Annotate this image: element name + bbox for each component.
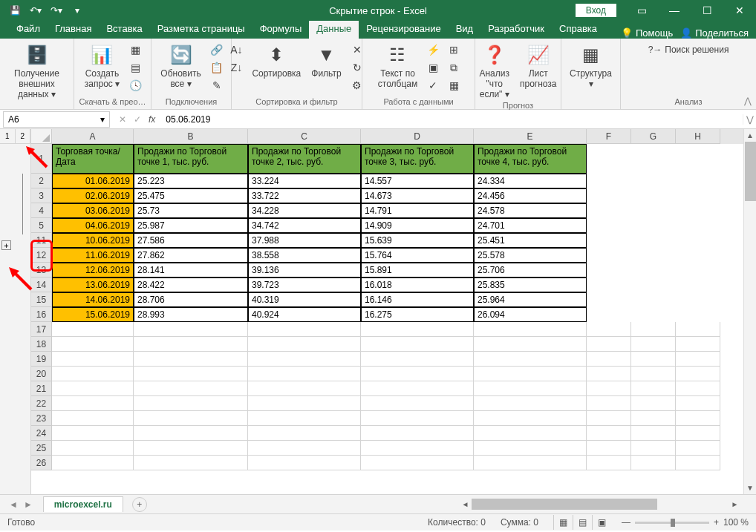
empty-cell[interactable] — [134, 441, 248, 456]
zoom-out-icon[interactable]: — — [622, 517, 630, 528]
add-sheet-icon[interactable]: + — [132, 497, 147, 512]
data-model-icon[interactable]: ▦ — [446, 77, 462, 93]
data-cell[interactable]: 25.987 — [134, 218, 248, 233]
relationships-icon[interactable]: ⧉ — [446, 59, 462, 76]
empty-cell[interactable] — [248, 367, 361, 381]
empty-cell[interactable] — [676, 441, 720, 456]
row-header-5[interactable]: 5 — [31, 218, 52, 233]
empty-cell[interactable] — [361, 381, 474, 396]
consolidate-icon[interactable]: ⊞ — [446, 42, 462, 58]
data-cell[interactable]: 25.835 — [474, 278, 587, 292]
empty-cell[interactable] — [631, 396, 676, 411]
empty-cell[interactable] — [248, 411, 361, 426]
qa-dropdown-icon[interactable]: ▾ — [68, 1, 86, 19]
tab-view[interactable]: Вид — [449, 20, 481, 39]
edit-links-icon[interactable]: ✎ — [209, 77, 225, 93]
empty-cell[interactable] — [134, 352, 248, 367]
empty-cell[interactable] — [134, 411, 248, 426]
expand-formula-icon[interactable]: ⋁ — [743, 114, 756, 125]
empty-cell[interactable] — [474, 352, 587, 367]
data-cell[interactable]: 15.764 — [361, 248, 474, 263]
empty-cell[interactable] — [631, 337, 676, 352]
chevron-down-icon[interactable]: ▾ — [100, 114, 105, 125]
vscroll-thumb[interactable] — [745, 142, 756, 201]
normal-view-icon[interactable]: ▦ — [553, 515, 573, 530]
data-cell[interactable]: 25.475 — [134, 188, 248, 203]
date-cell[interactable]: 15.06.2019 — [52, 307, 134, 322]
tab-home[interactable]: Главная — [48, 20, 99, 39]
data-cell[interactable]: 39.136 — [248, 263, 361, 278]
data-cell[interactable]: 25.73 — [134, 203, 248, 218]
empty-cell[interactable] — [631, 441, 676, 456]
empty-cell[interactable] — [134, 426, 248, 441]
tab-developer[interactable]: Разработчик — [480, 20, 552, 39]
scroll-left-icon[interactable]: ◄ — [459, 500, 472, 508]
outline-level-1[interactable]: 1 — [0, 129, 16, 143]
empty-cell[interactable] — [474, 322, 587, 337]
enter-formula-icon[interactable]: ✓ — [134, 114, 141, 125]
empty-cell[interactable] — [361, 396, 474, 411]
new-query-button[interactable]: 📊Создать запрос ▾ — [82, 42, 123, 91]
sheet-tab[interactable]: microexcel.ru — [43, 496, 123, 512]
empty-cell[interactable] — [474, 396, 587, 411]
empty-cell[interactable] — [474, 337, 587, 352]
row-header-21[interactable]: 21 — [31, 381, 52, 396]
data-cell[interactable]: 34.228 — [248, 203, 361, 218]
zoom-in-icon[interactable]: + — [714, 517, 719, 528]
fx-icon[interactable]: fx — [149, 114, 155, 125]
data-cell[interactable]: 14.557 — [361, 174, 474, 188]
header-cell[interactable]: Продажи по Торговой точке 4, тыс. руб. — [474, 144, 587, 174]
empty-cell[interactable] — [361, 322, 474, 337]
scroll-right-icon[interactable]: ► — [729, 500, 741, 508]
tab-layout[interactable]: Разметка страницы — [150, 20, 252, 39]
empty-cell[interactable] — [631, 381, 676, 396]
flash-fill-icon[interactable]: ⚡ — [425, 42, 441, 58]
date-cell[interactable]: 01.06.2019 — [52, 174, 134, 188]
page-break-icon[interactable]: ▣ — [592, 515, 611, 530]
save-icon[interactable]: 💾 — [6, 1, 24, 19]
empty-cell[interactable] — [474, 456, 587, 470]
recent-sources-icon[interactable]: 🕓 — [127, 77, 143, 93]
col-header-B[interactable]: B — [134, 129, 248, 144]
date-cell[interactable]: 03.06.2019 — [52, 203, 134, 218]
solver-button[interactable]: ?→Поиск решения — [648, 45, 729, 55]
data-cell[interactable]: 33.722 — [248, 188, 361, 203]
data-cell[interactable]: 37.988 — [248, 233, 361, 248]
sort-za-icon[interactable]: Z↓ — [228, 59, 244, 76]
next-sheet-icon[interactable]: ► — [24, 499, 33, 510]
empty-cell[interactable] — [248, 396, 361, 411]
data-cell[interactable]: 28.141 — [134, 263, 248, 278]
tellme-button[interactable]: 💡Помощь — [621, 27, 673, 39]
sort-az-icon[interactable]: A↓ — [228, 42, 244, 58]
date-cell[interactable]: 12.06.2019 — [52, 263, 134, 278]
col-header-D[interactable]: D — [361, 129, 474, 144]
empty-cell[interactable] — [587, 337, 631, 352]
empty-cell[interactable] — [474, 441, 587, 456]
empty-cell[interactable] — [631, 367, 676, 381]
header-cell[interactable]: Продажи по Торговой точке 3, тыс. руб. — [361, 144, 474, 174]
data-cell[interactable]: 14.673 — [361, 188, 474, 203]
empty-cell[interactable] — [676, 456, 720, 470]
col-header-C[interactable]: C — [248, 129, 361, 144]
empty-cell[interactable] — [361, 367, 474, 381]
empty-cell[interactable] — [587, 396, 631, 411]
data-cell[interactable]: 15.639 — [361, 233, 474, 248]
empty-cell[interactable] — [474, 411, 587, 426]
tab-data[interactable]: Данные — [309, 20, 359, 39]
whatif-button[interactable]: ❓Анализ "что если" ▾ — [476, 42, 512, 101]
remove-dupes-icon[interactable]: ▣ — [425, 59, 441, 76]
row-header-1[interactable]: 1 — [31, 144, 52, 174]
login-button[interactable]: Вход — [576, 4, 616, 17]
date-cell[interactable]: 11.06.2019 — [52, 248, 134, 263]
select-all-corner[interactable] — [31, 129, 52, 144]
worksheet[interactable]: ABCDEFGH 1234511121314151617181920212223… — [31, 129, 756, 494]
row-header-3[interactable]: 3 — [31, 188, 52, 203]
col-header-E[interactable]: E — [474, 129, 587, 144]
data-cell[interactable]: 27.862 — [134, 248, 248, 263]
empty-cell[interactable] — [52, 411, 134, 426]
data-cell[interactable]: 16.018 — [361, 278, 474, 292]
tab-formulas[interactable]: Формулы — [252, 20, 310, 39]
formula-input[interactable]: 05.06.2019 — [161, 114, 743, 125]
data-cell[interactable]: 14.909 — [361, 218, 474, 233]
horizontal-scrollbar[interactable]: ◄ ► — [459, 498, 741, 510]
